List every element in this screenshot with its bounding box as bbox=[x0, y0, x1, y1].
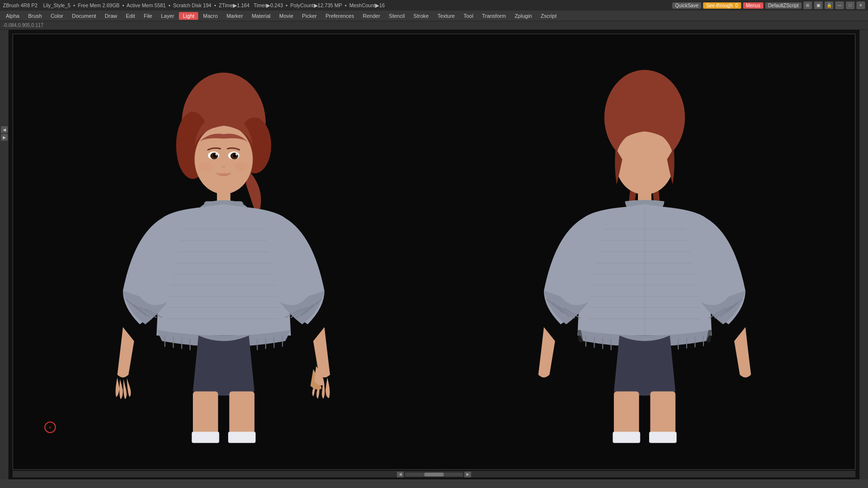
svg-rect-92 bbox=[650, 392, 675, 436]
app-name: ZBrush 4R8 P2 bbox=[3, 2, 38, 8]
menu-zplugin[interactable]: Zplugin bbox=[511, 12, 536, 20]
menu-document[interactable]: Document bbox=[68, 12, 100, 20]
viewport-content bbox=[13, 34, 855, 469]
right-sidebar bbox=[859, 30, 868, 479]
scroll-left[interactable]: ◀ bbox=[397, 472, 404, 477]
icon-layout[interactable]: ⊞ bbox=[803, 1, 812, 9]
free-mem: Free Mem 2.69GB bbox=[78, 2, 119, 8]
menu-stencil[interactable]: Stencil bbox=[385, 12, 408, 20]
menu-bar: Alpha Brush Color Document Draw Edit Fil… bbox=[0, 11, 868, 21]
menu-light[interactable]: Light bbox=[179, 12, 198, 20]
menu-tool[interactable]: Tool bbox=[460, 12, 477, 20]
left-sidebar: ◀ ▶ bbox=[0, 30, 9, 479]
active-mem: Active Mem 5581 bbox=[127, 2, 166, 8]
icon-maximize[interactable]: □ bbox=[846, 1, 854, 9]
coord-bar: -0.084,0.905,0.117 bbox=[0, 21, 868, 30]
scroll-thumb[interactable] bbox=[424, 473, 444, 476]
title-text: ZBrush 4R8 P2 Lily_Style_5 • Free Mem 2.… bbox=[3, 2, 669, 8]
character-front bbox=[34, 56, 413, 448]
icon-minimize[interactable]: — bbox=[835, 1, 844, 9]
svg-point-56 bbox=[615, 130, 674, 195]
title-right: QuickSave See-through 0 Menus DefaultZSc… bbox=[672, 1, 865, 9]
polycount: PolyCount▶12.735 MP bbox=[290, 2, 342, 8]
svg-point-10 bbox=[215, 153, 217, 156]
svg-rect-54 bbox=[228, 432, 256, 443]
menu-zscript[interactable]: Zscript bbox=[537, 12, 560, 20]
svg-rect-53 bbox=[191, 432, 219, 443]
menu-file[interactable]: File bbox=[140, 12, 156, 20]
quicksave-button[interactable]: QuickSave bbox=[672, 2, 701, 9]
svg-point-13 bbox=[235, 162, 248, 171]
svg-rect-91 bbox=[614, 392, 639, 436]
coordinates: -0.084,0.905,0.117 bbox=[3, 23, 43, 28]
canvas-area[interactable]: ◀ ▶ bbox=[9, 30, 859, 479]
menu-alpha[interactable]: Alpha bbox=[2, 12, 23, 20]
svg-point-11 bbox=[235, 153, 238, 156]
menu-edit[interactable]: Edit bbox=[122, 12, 139, 20]
main-area: ◀ ▶ bbox=[0, 30, 868, 479]
circle-indicator bbox=[44, 422, 56, 433]
scratch-disk: Scratch Disk 194 bbox=[173, 2, 211, 8]
svg-rect-52 bbox=[229, 392, 254, 436]
menu-texture[interactable]: Texture bbox=[434, 12, 459, 20]
scroll-right[interactable]: ▶ bbox=[464, 472, 471, 477]
menu-color[interactable]: Color bbox=[47, 12, 67, 20]
icon-lock[interactable]: 🔒 bbox=[825, 1, 833, 9]
menu-macro[interactable]: Macro bbox=[199, 12, 222, 20]
timer: Timer▶0.243 bbox=[254, 2, 283, 8]
menu-marker[interactable]: Marker bbox=[223, 12, 247, 20]
menus-button[interactable]: Menus bbox=[743, 2, 763, 9]
svg-rect-93 bbox=[612, 432, 640, 443]
menu-brush[interactable]: Brush bbox=[24, 12, 46, 20]
menu-preferences[interactable]: Preferences bbox=[322, 12, 358, 20]
svg-rect-51 bbox=[193, 392, 218, 436]
menu-render[interactable]: Render bbox=[359, 12, 384, 20]
menu-material[interactable]: Material bbox=[248, 12, 274, 20]
menu-transform[interactable]: Transform bbox=[478, 12, 510, 20]
icon-close[interactable]: ✕ bbox=[856, 1, 865, 9]
menu-draw[interactable]: Draw bbox=[101, 12, 121, 20]
defaultzscript-button[interactable]: DefaultZScript bbox=[765, 2, 801, 9]
bottom-scrollbar[interactable]: ◀ ▶ bbox=[13, 471, 855, 477]
file-name: Lily_Style_5 bbox=[43, 2, 70, 8]
svg-point-12 bbox=[199, 162, 212, 171]
seethrough-button[interactable]: See-through 0 bbox=[703, 2, 741, 9]
menu-picker[interactable]: Picker bbox=[298, 12, 321, 20]
meshcount: MeshCount▶16 bbox=[350, 2, 385, 8]
scroll-track[interactable] bbox=[405, 473, 463, 476]
menu-layer[interactable]: Layer bbox=[157, 12, 178, 20]
character-back bbox=[455, 56, 834, 448]
title-bar: ZBrush 4R8 P2 Lily_Style_5 • Free Mem 2.… bbox=[0, 0, 868, 11]
menu-stroke[interactable]: Stroke bbox=[409, 12, 433, 20]
svg-rect-94 bbox=[649, 432, 677, 443]
sidebar-arrow-down[interactable]: ▶ bbox=[1, 134, 8, 141]
canvas-border bbox=[13, 34, 855, 470]
icon-monitor[interactable]: ▣ bbox=[814, 1, 823, 9]
ztime: ZTime▶1.164 bbox=[219, 2, 250, 8]
sidebar-arrow-up[interactable]: ◀ bbox=[1, 126, 8, 133]
menu-movie[interactable]: Movie bbox=[275, 12, 297, 20]
